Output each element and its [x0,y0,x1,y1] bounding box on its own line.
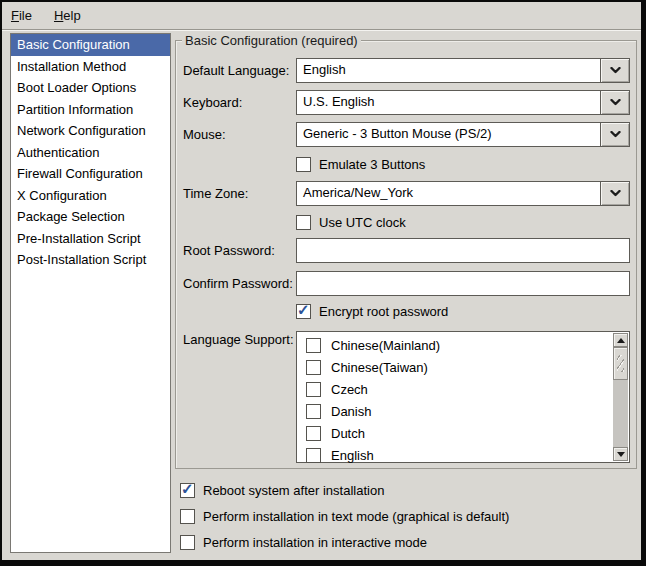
checkmark-icon: ✓ [297,301,310,319]
sidebar-nav[interactable]: Basic Configuration Installation Method … [10,33,171,553]
combo-value: English [303,59,346,81]
confirm-password-label: Confirm Password: [183,271,293,296]
sidebar-item[interactable]: Basic Configuration [11,34,170,56]
confirm-password-input[interactable] [296,271,630,296]
keyboard-combobox[interactable]: U.S. English [296,90,630,115]
footer-option-checkbox[interactable]: ✓ Reboot system after installation [180,482,509,499]
dropdown-button[interactable] [600,91,629,114]
triangle-up-icon [617,338,625,343]
kickstart-configurator-window: File Help Basic Configuration Installati… [2,2,641,560]
dropdown-button[interactable] [600,182,629,205]
grip-icon [617,355,624,372]
sidebar-item[interactable]: Authentication [11,142,170,164]
mouse-label: Mouse: [183,122,226,147]
checkbox-label: Emulate 3 Buttons [319,157,425,172]
combo-value: America/New_York [303,182,413,204]
language-option[interactable]: ✓ Czech [297,378,613,400]
checkbox-box[interactable]: ✓ [306,338,321,353]
keyboard-label: Keyboard: [183,90,242,115]
language-option-label: Czech [331,382,368,397]
sidebar-item[interactable]: Installation Method [11,56,170,78]
footer-option-checkbox[interactable]: ✓ Perform installation in text mode (gra… [180,508,509,525]
checkbox-label: Use UTC clock [319,215,406,230]
root-password-input[interactable] [296,238,630,263]
checkbox-box[interactable]: ✓ [306,404,321,419]
checkbox-box[interactable]: ✓ [296,304,311,319]
checkmark-icon: ✓ [181,480,194,498]
sidebar-item[interactable]: Partition Information [11,99,170,121]
emulate-3-buttons-checkbox[interactable]: ✓ Emulate 3 Buttons [296,156,425,173]
menu-file[interactable]: File [11,8,32,23]
combo-value: U.S. English [303,91,375,113]
sidebar-item[interactable]: Package Selection [11,206,170,228]
root-password-label: Root Password: [183,238,275,263]
checkbox-label: Perform installation in interactive mode [203,535,427,550]
sidebar-item[interactable]: Pre-Installation Script [11,228,170,250]
language-option[interactable]: ✓ Chinese(Taiwan) [297,356,613,378]
chevron-down-icon [610,131,621,138]
combo-value: Generic - 3 Button Mouse (PS/2) [303,123,492,145]
checkbox-box[interactable]: ✓ [296,215,311,230]
sidebar-item[interactable]: X Configuration [11,185,170,207]
language-option-label: Danish [331,404,371,419]
checkbox-box[interactable]: ✓ [180,483,195,498]
chevron-down-icon [610,190,621,197]
checkbox-box[interactable]: ✓ [306,360,321,375]
scrollbar-thumb[interactable] [613,347,628,380]
dropdown-button[interactable] [600,123,629,146]
dropdown-button[interactable] [600,59,629,82]
checkbox-box[interactable]: ✓ [180,509,195,524]
language-support-list[interactable]: ✓ Chinese(Mainland) ✓ Chinese(Taiwan) ✓ … [296,331,630,463]
sidebar-item[interactable]: Boot Loader Options [11,77,170,99]
footer-options: ✓ Reboot system after installation ✓ Per… [180,482,509,560]
language-option-label: Chinese(Taiwan) [331,360,428,375]
language-option[interactable]: ✓ English [297,444,613,466]
window-frame: File Help Basic Configuration Installati… [0,0,646,566]
time-zone-label: Time Zone: [183,181,248,206]
menu-help[interactable]: Help [54,8,81,23]
use-utc-clock-checkbox[interactable]: ✓ Use UTC clock [296,214,406,231]
checkbox-label: Encrypt root password [319,304,448,319]
menubar: File Help [2,2,641,30]
checkbox-box[interactable]: ✓ [306,448,321,463]
chevron-down-icon [610,67,621,74]
checkbox-box[interactable]: ✓ [296,157,311,172]
frame-title: Basic Configuration (required) [182,33,361,48]
scroll-down-button[interactable] [613,447,628,461]
language-option[interactable]: ✓ Dutch [297,422,613,444]
language-option-label: Chinese(Mainland) [331,338,440,353]
checkbox-label: Reboot system after installation [203,483,384,498]
mouse-combobox[interactable]: Generic - 3 Button Mouse (PS/2) [296,122,630,147]
scrollbar[interactable] [613,333,628,461]
language-option[interactable]: ✓ Chinese(Mainland) [297,334,613,356]
language-option-label: English [331,448,374,463]
chevron-down-icon [610,99,621,106]
language-support-label: Language Support: [183,329,294,351]
footer-option-checkbox[interactable]: ✓ Perform installation in interactive mo… [180,534,509,551]
language-option[interactable]: ✓ Danish [297,400,613,422]
checkbox-box[interactable]: ✓ [180,535,195,550]
checkbox-box[interactable]: ✓ [306,426,321,441]
default-language-label: Default Language: [183,58,289,83]
scroll-up-button[interactable] [613,333,628,347]
encrypt-root-password-checkbox[interactable]: ✓ Encrypt root password [296,303,448,320]
sidebar-item[interactable]: Network Configuration [11,120,170,142]
default-language-combobox[interactable]: English [296,58,630,83]
time-zone-combobox[interactable]: America/New_York [296,181,630,206]
language-option-label: Dutch [331,426,365,441]
checkbox-label: Perform installation in text mode (graph… [203,509,509,524]
triangle-down-icon [617,452,625,457]
sidebar-item[interactable]: Post-Installation Script [11,249,170,271]
checkbox-box[interactable]: ✓ [306,382,321,397]
sidebar-item[interactable]: Firewall Configuration [11,163,170,185]
